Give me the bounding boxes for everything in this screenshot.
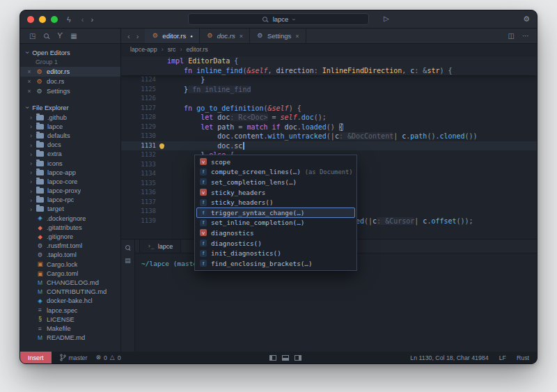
tree-item-Cargo.lock[interactable]: ▣Cargo.lock	[20, 260, 120, 269]
tree-item-LICENSE[interactable]: §LICENSE	[20, 315, 120, 324]
split-icon[interactable]: ◫	[508, 32, 515, 40]
tab-back-button[interactable]: ‹	[127, 32, 130, 40]
tree-item-lapce-core[interactable]: ›lapce-core	[20, 177, 120, 186]
diagnostics-indicator[interactable]: ⊗ 0 △ 0	[95, 354, 120, 361]
close-icon[interactable]: ×	[295, 33, 299, 40]
line-ending[interactable]: LF	[499, 354, 506, 361]
file-name: CHANGELOG.md	[47, 279, 99, 286]
completion-item[interactable]: fset_completion_lens(…)	[196, 177, 355, 187]
tree-item-.dockerignore[interactable]: ◈.dockerignore	[20, 214, 120, 223]
open-editor-Settings[interactable]: ×⚙Settings	[20, 86, 120, 96]
branch-indicator[interactable]: master	[60, 354, 88, 361]
command-palette[interactable]: lapce ›	[188, 13, 369, 25]
tree-item-target[interactable]: ›target	[20, 205, 120, 214]
tree-item-.taplo.toml[interactable]: ⚙.taplo.toml	[20, 251, 120, 260]
extensions-icon[interactable]: ▦	[70, 32, 77, 40]
minimize-button[interactable]	[39, 16, 46, 23]
completion-item[interactable]: vdiagnostics	[196, 228, 355, 238]
open-editors-header[interactable]: › Open Editors	[20, 47, 120, 58]
tree-item-CHANGELOG.md[interactable]: MCHANGELOG.md	[20, 278, 120, 287]
completion-item[interactable]: finit_diagnostics()	[196, 248, 355, 258]
terminal-tab[interactable]: ›_ lapce	[139, 240, 181, 253]
code-line[interactable]: 1131 doc.sc	[121, 141, 537, 151]
zoom-button[interactable]	[51, 16, 58, 23]
toggle-bottom-panel-icon[interactable]	[282, 355, 289, 361]
line-number: 1126	[121, 94, 156, 104]
mode-badge[interactable]: Insert	[20, 352, 52, 363]
folder-icon	[36, 161, 44, 166]
search-icon[interactable]	[125, 244, 131, 251]
settings-button[interactable]: ⚙	[523, 15, 530, 24]
tab-doc.rs[interactable]: ⚙doc.rs×	[200, 29, 250, 43]
completion-item[interactable]: fdiagnostics()	[196, 238, 355, 249]
status-bar: Insert master ⊗ 0 △ 0 Ln 1130, Col 18, C…	[20, 352, 537, 363]
tree-item-.gitattributes[interactable]: ◆.gitattributes	[20, 223, 120, 232]
tree-item-docker-bake.hcl[interactable]: ◈docker-bake.hcl	[20, 297, 120, 306]
completion-item[interactable]: vscope	[196, 157, 355, 167]
variable-icon: v	[200, 229, 207, 236]
tree-item-Cargo.toml[interactable]: ▣Cargo.toml	[20, 269, 120, 278]
code-line[interactable]: 1127 fn go_to_definition(&self) {	[121, 104, 537, 113]
search-icon[interactable]	[43, 33, 49, 39]
completion-item[interactable]: ffind_enclosing_brackets(…)	[196, 258, 355, 269]
tree-item-icons[interactable]: ›icons	[20, 159, 120, 168]
file-name: docker-bake.hcl	[47, 297, 93, 304]
tree-item-CONTRIBUTING.md[interactable]: MCONTRIBUTING.md	[20, 288, 120, 297]
file-explorer-icon[interactable]: ◳	[29, 32, 36, 40]
completion-item[interactable]: vsticky_headers	[196, 187, 355, 198]
close-button[interactable]	[27, 16, 34, 23]
tree-item-lapce-rpc[interactable]: ›lapce-rpc	[20, 196, 120, 205]
open-editor-doc.rs[interactable]: ×⚙doc.rs	[20, 77, 120, 86]
close-icon[interactable]: ×	[240, 33, 243, 40]
tree-item-lapce.spec[interactable]: ≡lapce.spec	[20, 306, 120, 315]
folder-icon	[36, 124, 44, 130]
line-number: 1130	[121, 132, 156, 141]
toggle-left-panel-icon[interactable]	[269, 355, 276, 361]
code-line[interactable]: 1124 }	[121, 75, 537, 85]
run-button[interactable]: ▷	[384, 15, 389, 22]
tree-item-Makefile[interactable]: ≡Makefile	[20, 324, 120, 333]
tree-item-README.md[interactable]: MREADME.md	[20, 334, 120, 343]
completion-item[interactable]: fsticky_headers()	[196, 197, 355, 207]
code-line[interactable]: 1130 doc.content.with_untracked(|c: &Doc…	[121, 132, 537, 141]
completion-item[interactable]: ftrigger_syntax_change(…)	[196, 207, 355, 218]
tree-item-lapce-proxy[interactable]: ›lapce-proxy	[20, 187, 120, 196]
tab-Settings[interactable]: ⚙Settings×	[250, 29, 306, 43]
breadcrumb-item[interactable]: src	[168, 46, 176, 53]
code-line[interactable]: impl EditorData {	[121, 56, 537, 66]
code-line[interactable]: fn inline_find(&self, direction: InlineF…	[121, 66, 537, 76]
code-line[interactable]: 1125 } fn inline_find	[121, 85, 537, 95]
lightbulb-icon[interactable]	[159, 143, 164, 148]
source-control-icon[interactable]: ϒ	[57, 32, 63, 40]
breadcrumb-item[interactable]: lapce-app	[130, 46, 157, 53]
close-icon[interactable]: ×	[26, 68, 32, 75]
tree-item-lapce-app[interactable]: ›lapce-app	[20, 168, 120, 177]
language-indicator[interactable]: Rust	[517, 354, 529, 361]
folder-icon	[36, 133, 44, 139]
close-icon[interactable]: ×	[26, 78, 32, 85]
tree-item-docs[interactable]: ›docs	[20, 141, 120, 150]
tree-item-lapce[interactable]: ›lapce	[20, 122, 120, 131]
open-editor-editor.rs[interactable]: ×⚙editor.rs	[20, 67, 120, 77]
tab-editor.rs[interactable]: ⚙editor.rs●	[145, 29, 199, 43]
completion-item[interactable]: fcompute_screen_lines(…)(as Document)	[196, 167, 355, 178]
file-explorer-header[interactable]: › File Explorer	[20, 102, 120, 113]
tree-item-.github[interactable]: ›.github	[20, 113, 120, 122]
code-line[interactable]: 1129 let path = match if doc.loaded() {	[121, 123, 537, 132]
breadcrumb-item[interactable]: editor.rs	[186, 46, 207, 53]
tab-forward-button[interactable]: ›	[136, 32, 139, 40]
toggle-right-panel-icon[interactable]	[295, 355, 301, 361]
completion-item[interactable]: fset_inline_completion(…)	[196, 218, 355, 228]
tree-item-extra[interactable]: ›extra	[20, 150, 120, 159]
back-button[interactable]: ‹	[81, 15, 84, 24]
code-line[interactable]: 1128 let doc: Rc<Doc> = self.doc();	[121, 113, 537, 123]
more-icon[interactable]: ⋯	[522, 32, 529, 40]
tree-item-.rustfmt.toml[interactable]: ⚙.rustfmt.toml	[20, 242, 120, 251]
tree-item-defaults[interactable]: ›defaults	[20, 131, 120, 140]
code-line[interactable]: 1126	[121, 94, 537, 104]
output-list-icon[interactable]: ▤	[125, 257, 131, 264]
tree-item-.gitignore[interactable]: ◆.gitignore	[20, 232, 120, 241]
cursor-position[interactable]: Ln 1130, Col 18, Char 41984	[410, 354, 488, 361]
close-icon[interactable]: ×	[26, 88, 32, 95]
forward-button[interactable]: ›	[91, 15, 94, 24]
